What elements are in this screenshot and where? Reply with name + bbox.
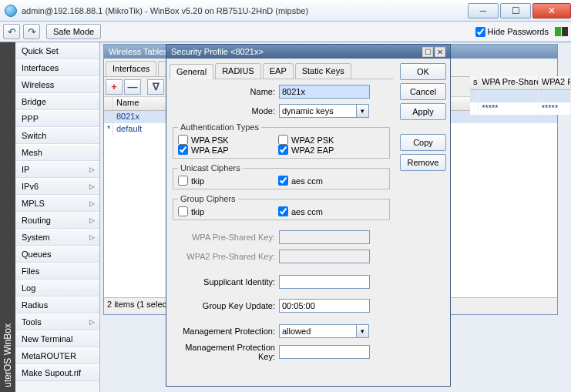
add-button[interactable]: +	[106, 79, 123, 95]
submenu-arrow-icon: ▷	[89, 216, 95, 224]
mgmt-protection-field[interactable]	[279, 324, 356, 338]
tab-radius[interactable]: RADIUS	[215, 63, 261, 79]
sidebar-item-mpls[interactable]: MPLS▷	[15, 195, 99, 212]
wpa2-psk-checkbox[interactable]: WPA2 PSK	[278, 135, 378, 145]
mgmt-protection-dropdown-button[interactable]: ▾	[356, 324, 369, 338]
mgmt-protection-key-field[interactable]	[279, 345, 370, 359]
sidebar-item-switch[interactable]: Switch	[15, 127, 99, 144]
sidebar-item-radius[interactable]: Radius	[15, 297, 99, 313]
tab-interfaces[interactable]: Interfaces	[106, 61, 156, 76]
vertical-app-label: uterOS WinBox	[0, 42, 15, 392]
group-key-update-field[interactable]	[279, 299, 370, 313]
submenu-arrow-icon: ▷	[89, 166, 95, 173]
wpa-psk-label: WPA Pre-Shared Key:	[173, 233, 279, 242]
group-key-update-label: Group Key Update:	[173, 301, 279, 310]
tab-static-keys[interactable]: Static Keys	[295, 63, 351, 79]
wpa-psk-field	[279, 230, 370, 244]
unicast-ciphers-fieldset: Unicast Ciphers tkip aes ccm	[173, 163, 390, 189]
wpa2-psk-field	[279, 250, 370, 263]
sidebar-item-mesh[interactable]: Mesh	[15, 144, 99, 161]
filter-button[interactable]: ∇	[147, 79, 164, 95]
grid-header[interactable]: s	[470, 76, 479, 90]
sidebar-item-files[interactable]: Files	[15, 263, 99, 280]
dialog-buttons: OK Cancel Apply Copy Remove	[396, 59, 450, 386]
mode-label: Mode:	[173, 106, 279, 116]
sidebar-item-log[interactable]: Log	[15, 280, 99, 297]
sidebar-item-make-supout-rif[interactable]: Make Supout.rif	[15, 364, 99, 381]
sidebar-item-ip[interactable]: IP▷	[15, 161, 99, 178]
lock-icon	[562, 27, 568, 36]
sidebar-item-routing[interactable]: Routing▷	[15, 212, 99, 229]
auth-types-fieldset: Authentication Types WPA PSK WPA2 PSK WP…	[173, 122, 390, 159]
wpa-psk-checkbox[interactable]: WPA PSK	[178, 135, 278, 145]
group-tkip-checkbox[interactable]: tkip	[178, 206, 278, 216]
lock-icon	[555, 27, 561, 36]
cancel-button[interactable]: Cancel	[400, 83, 446, 100]
close-button[interactable]: ✕	[532, 3, 571, 18]
wpa-eap-checkbox[interactable]: WPA EAP	[178, 145, 278, 155]
safe-mode-button[interactable]: Safe Mode	[46, 24, 101, 39]
dialog-form: Name: Mode: ▾ Authentication Types	[170, 79, 393, 370]
sidebar-item-wireless[interactable]: Wireless	[15, 76, 99, 93]
sidebar: Quick SetInterfacesWirelessBridgePPPSwit…	[15, 42, 100, 392]
sidebar-item-system[interactable]: System▷	[15, 229, 99, 246]
name-field[interactable]	[279, 85, 370, 99]
maximize-button[interactable]: ☐	[500, 3, 531, 18]
lock-icons	[555, 27, 568, 36]
grid-header[interactable]: WPA2 Pr	[539, 76, 571, 90]
copy-button[interactable]: Copy	[400, 134, 446, 151]
submenu-arrow-icon: ▷	[89, 199, 95, 207]
minimize-button[interactable]: ─	[468, 3, 499, 18]
dialog-titlebar[interactable]: Security Profile <8021x> ☐ ✕	[166, 45, 450, 59]
submenu-arrow-icon: ▷	[89, 318, 95, 326]
redo-button[interactable]: ↷	[23, 24, 40, 39]
hide-passwords-checkbox[interactable]	[475, 27, 485, 37]
security-profile-dialog: Security Profile <8021x> ☐ ✕ GeneralRADI…	[166, 44, 451, 387]
name-label: Name:	[173, 87, 279, 96]
sidebar-item-queues[interactable]: Queues	[15, 246, 99, 263]
mgmt-protection-label: Management Protection:	[173, 327, 279, 336]
sidebar-item-quick-set[interactable]: Quick Set	[15, 42, 99, 59]
grid-right-columns: s WPA Pre-Shared ... WPA2 Pr **********	[470, 76, 571, 115]
tab-eap[interactable]: EAP	[263, 63, 294, 79]
app-toolbar: ↶ ↷ Safe Mode Hide Passwords	[0, 22, 571, 42]
sidebar-item-new-terminal[interactable]: New Terminal	[15, 330, 99, 347]
submenu-arrow-icon: ▷	[89, 183, 95, 190]
dialog-close-button[interactable]: ✕	[435, 47, 445, 57]
sidebar-item-metarouter[interactable]: MetaROUTER	[15, 347, 99, 364]
mode-dropdown-button[interactable]: ▾	[356, 104, 369, 118]
sidebar-item-tools[interactable]: Tools▷	[15, 313, 99, 330]
table-row[interactable]	[470, 90, 571, 102]
grid-header[interactable]: WPA Pre-Shared ...	[479, 76, 539, 90]
unicast-aes-checkbox[interactable]: aes ccm	[278, 176, 378, 186]
ok-button[interactable]: OK	[400, 63, 446, 80]
wpa2-eap-checkbox[interactable]: WPA2 EAP	[278, 145, 378, 155]
submenu-arrow-icon: ▷	[89, 233, 95, 241]
apply-button[interactable]: Apply	[400, 103, 446, 120]
sidebar-item-bridge[interactable]: Bridge	[15, 93, 99, 110]
group-ciphers-fieldset: Group Ciphers tkip aes ccm	[173, 194, 390, 220]
mgmt-protection-key-label: Management Protection Key:	[173, 343, 279, 361]
mode-field[interactable]	[279, 104, 356, 118]
window-title: admin@192.168.88.1 (MikroTik) - WinBox v…	[22, 6, 308, 15]
window-titlebar: admin@192.168.88.1 (MikroTik) - WinBox v…	[0, 0, 571, 22]
sidebar-item-interfaces[interactable]: Interfaces	[15, 59, 99, 76]
sidebar-item-ipv6[interactable]: IPv6▷	[15, 178, 99, 195]
wpa2-psk-label: WPA2 Pre-Shared Key:	[173, 252, 279, 261]
remove-button[interactable]: Remove	[400, 154, 446, 171]
tab-general[interactable]: General	[170, 64, 213, 79]
unicast-tkip-checkbox[interactable]: tkip	[178, 176, 278, 186]
grid-header-flag[interactable]	[104, 97, 113, 110]
app-icon	[5, 5, 17, 17]
table-row[interactable]: **********	[470, 102, 571, 115]
hide-passwords-toggle[interactable]: Hide Passwords	[475, 27, 549, 37]
sidebar-item-ppp[interactable]: PPP	[15, 110, 99, 127]
remove-button[interactable]: —	[124, 79, 141, 95]
content-area: Wireless Tables InterfacesNs + — ∇ Name …	[100, 42, 571, 392]
dialog-restore-button[interactable]: ☐	[422, 47, 433, 57]
group-aes-checkbox[interactable]: aes ccm	[278, 206, 378, 216]
undo-button[interactable]: ↶	[3, 24, 20, 39]
supplicant-field[interactable]	[279, 275, 370, 289]
dialog-tabs: GeneralRADIUSEAPStatic Keys	[170, 62, 393, 79]
supplicant-label: Supplicant Identity:	[173, 277, 279, 286]
